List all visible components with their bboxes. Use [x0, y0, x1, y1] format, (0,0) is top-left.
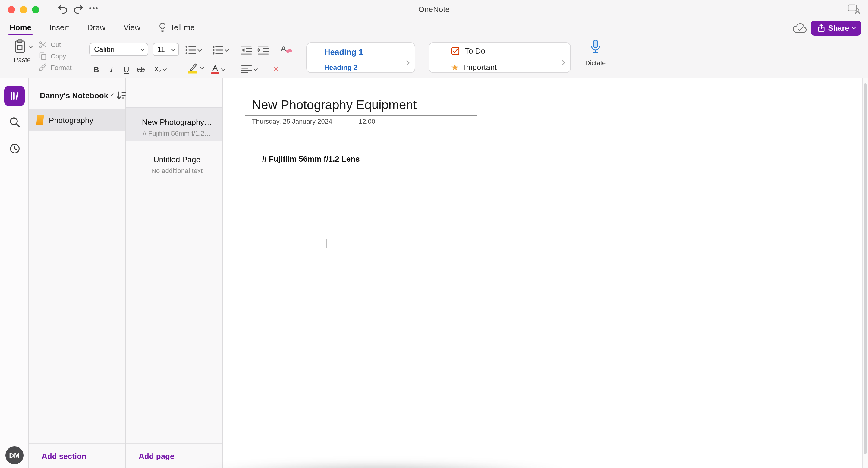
font-size-select[interactable]: 11: [153, 43, 179, 56]
chevron-down-icon: [198, 47, 202, 51]
dictate-label: Dictate: [580, 59, 611, 66]
dictate-button[interactable]: [589, 39, 602, 56]
format-label: Format: [51, 64, 72, 71]
share-button[interactable]: Share: [811, 21, 861, 36]
chevron-down-icon: [140, 47, 144, 51]
cut-label: Cut: [51, 41, 61, 48]
chevron-down-icon: [171, 47, 175, 51]
page-item-untitled[interactable]: Untitled Page No additional text: [126, 145, 222, 178]
tab-insert[interactable]: Insert: [48, 18, 70, 36]
format-painter-button[interactable]: Format: [38, 63, 72, 72]
sort-icon: [116, 91, 127, 100]
onenote-window: OneNote Home Insert Draw View Tell me: [0, 0, 868, 468]
underline-button[interactable]: U: [124, 63, 129, 76]
page-time: 12.00: [359, 118, 375, 125]
title-underline: [245, 115, 477, 116]
ribbon-toolbar: Paste Cut Copy Format Calibri: [0, 36, 868, 79]
section-item-photography[interactable]: Photography: [29, 109, 125, 131]
search-icon: [9, 116, 20, 127]
clear-formatting-glyph: A: [281, 44, 286, 53]
scrollbar-thumb[interactable]: [864, 83, 867, 454]
page-editor[interactable]: New Photography Equipment Thursday, 25 J…: [223, 79, 868, 468]
bullet-list-button[interactable]: [185, 45, 201, 55]
tab-tell-me[interactable]: Tell me: [157, 18, 196, 36]
notebook-header[interactable]: Danny's Notebook: [36, 86, 121, 104]
ribbon-tabs: Home Insert Draw View Tell me: [8, 18, 196, 36]
clipboard-group: Cut Copy Format: [38, 40, 72, 72]
style-heading2[interactable]: Heading 2: [324, 64, 358, 71]
page-item-selected[interactable]: New Photography… // Fujifilm 56mm f/1.2…: [126, 107, 222, 141]
section-label: Photography: [49, 116, 93, 124]
sync-status-icon[interactable]: [792, 22, 808, 34]
sort-sections-button[interactable]: [116, 91, 127, 100]
page-subtitle: No additional text: [138, 167, 215, 174]
editor-body-text[interactable]: // Fujifilm 56mm f/1.2 Lens: [262, 154, 360, 164]
strikethrough-button[interactable]: ab: [137, 63, 145, 76]
sections-panel-footer: Add section: [29, 443, 125, 468]
tell-me-label: Tell me: [170, 23, 195, 32]
account-avatar[interactable]: DM: [5, 446, 24, 464]
italic-button[interactable]: I: [110, 63, 113, 76]
highlighter-button[interactable]: [186, 61, 204, 74]
format-brush-icon: [38, 63, 47, 71]
search-nav-button[interactable]: [4, 112, 25, 132]
paste-group: Paste: [10, 38, 35, 63]
star-icon: ★: [451, 63, 459, 71]
style-heading1[interactable]: Heading 1: [324, 48, 363, 57]
increase-indent-button[interactable]: [257, 45, 269, 55]
chevron-down-icon: [851, 25, 855, 29]
recent-notes-button[interactable]: [4, 138, 25, 158]
numbered-list-button[interactable]: [212, 45, 228, 55]
chevron-down-icon: [225, 47, 229, 51]
eraser-icon: [286, 49, 292, 53]
font-color-bar: [211, 72, 219, 74]
copy-button[interactable]: Copy: [38, 51, 72, 60]
paste-icon: [13, 38, 27, 54]
editor-page-title[interactable]: New Photography Equipment: [252, 98, 416, 112]
paste-button[interactable]: [10, 38, 32, 54]
page-title: New Photography…: [138, 118, 215, 127]
vertical-scrollbar[interactable]: [862, 79, 868, 468]
highlighter-icon: [186, 61, 198, 74]
scissors-icon: [38, 40, 47, 49]
tab-home[interactable]: Home: [8, 18, 33, 36]
presence-icon[interactable]: [847, 4, 860, 14]
copy-label: Copy: [51, 52, 66, 59]
notebooks-nav-button[interactable]: [4, 86, 25, 106]
chevron-down-icon: [163, 67, 167, 70]
chevron-down-icon: [200, 65, 204, 69]
decrease-indent-button[interactable]: [241, 45, 252, 55]
font-color-button[interactable]: A: [211, 63, 224, 76]
paste-label: Paste: [10, 56, 35, 63]
tags-expand-button[interactable]: [561, 56, 564, 67]
chevron-down-icon: [254, 67, 258, 70]
todo-checkbox-icon: [451, 47, 460, 56]
font-color-glyph: A: [211, 64, 219, 74]
increase-indent-icon: [257, 45, 269, 55]
font-family-select[interactable]: Calibri: [89, 43, 148, 56]
styles-expand-button[interactable]: [405, 56, 409, 67]
tag-todo[interactable]: To Do: [451, 47, 485, 56]
clock-icon: [9, 143, 20, 154]
tag-important-label: Important: [464, 63, 497, 72]
add-page-button[interactable]: Add page: [138, 451, 174, 461]
tab-draw[interactable]: Draw: [86, 18, 107, 36]
tab-view[interactable]: View: [122, 18, 142, 36]
clear-formatting-button[interactable]: A: [281, 43, 286, 54]
page-meta: Thursday, 25 January 2024 12.00: [252, 118, 445, 125]
text-cursor: [326, 239, 327, 248]
bold-button[interactable]: B: [93, 63, 99, 76]
microphone-icon: [589, 39, 602, 56]
tag-important[interactable]: ★ Important: [451, 63, 497, 72]
cut-button[interactable]: Cut: [38, 40, 72, 49]
delete-button[interactable]: ×: [273, 63, 279, 76]
subscript-button[interactable]: x2: [154, 63, 166, 76]
alignment-button[interactable]: [241, 63, 257, 76]
add-section-button[interactable]: Add section: [41, 451, 87, 461]
font-size-value: 11: [157, 45, 165, 54]
page-date: Thursday, 25 January 2024: [252, 118, 332, 125]
presence-glyph: [847, 4, 860, 14]
numbered-list-icon: [212, 45, 223, 55]
share-icon: [817, 24, 825, 33]
share-label: Share: [828, 24, 849, 32]
